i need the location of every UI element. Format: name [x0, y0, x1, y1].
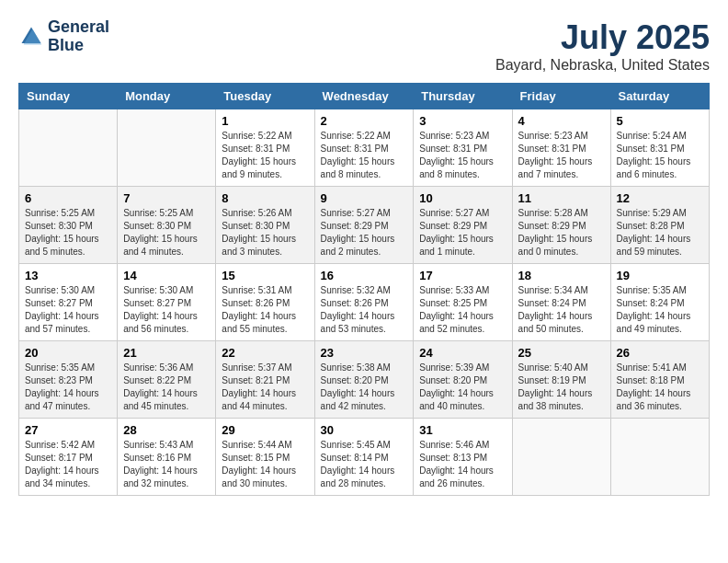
column-header-friday: Friday — [512, 84, 610, 109]
day-number: 27 — [25, 423, 111, 437]
calendar-cell: 10Sunrise: 5:27 AM Sunset: 8:29 PM Dayli… — [414, 187, 512, 264]
calendar-cell: 2Sunrise: 5:22 AM Sunset: 8:31 PM Daylig… — [314, 109, 414, 187]
day-number: 8 — [222, 191, 308, 205]
day-number: 3 — [419, 114, 506, 128]
calendar-cell: 3Sunrise: 5:23 AM Sunset: 8:31 PM Daylig… — [414, 109, 512, 187]
calendar-cell: 21Sunrise: 5:36 AM Sunset: 8:22 PM Dayli… — [118, 341, 216, 419]
calendar-cell: 5Sunrise: 5:24 AM Sunset: 8:31 PM Daylig… — [610, 109, 709, 187]
day-number: 13 — [25, 269, 111, 282]
calendar-cell: 24Sunrise: 5:39 AM Sunset: 8:20 PM Dayli… — [414, 341, 512, 419]
column-header-wednesday: Wednesday — [314, 84, 414, 109]
calendar-cell: 26Sunrise: 5:41 AM Sunset: 8:18 PM Dayli… — [610, 341, 709, 419]
calendar-week-row: 27Sunrise: 5:42 AM Sunset: 8:17 PM Dayli… — [19, 419, 710, 496]
column-header-monday: Monday — [118, 84, 216, 109]
calendar-cell — [610, 419, 709, 496]
calendar-cell: 28Sunrise: 5:43 AM Sunset: 8:16 PM Dayli… — [118, 419, 216, 496]
day-info: Sunrise: 5:37 AM Sunset: 8:21 PM Dayligh… — [222, 362, 308, 413]
calendar-cell: 16Sunrise: 5:32 AM Sunset: 8:26 PM Dayli… — [314, 264, 414, 341]
calendar-header-row: SundayMondayTuesdayWednesdayThursdayFrid… — [19, 84, 710, 109]
calendar-cell: 13Sunrise: 5:30 AM Sunset: 8:27 PM Dayli… — [19, 264, 118, 341]
calendar-cell: 9Sunrise: 5:27 AM Sunset: 8:29 PM Daylig… — [314, 187, 414, 264]
logo-line2: Blue — [48, 37, 109, 55]
logo: General Blue — [18, 18, 109, 55]
day-info: Sunrise: 5:39 AM Sunset: 8:20 PM Dayligh… — [419, 362, 506, 413]
calendar-cell: 31Sunrise: 5:46 AM Sunset: 8:13 PM Dayli… — [414, 419, 512, 496]
day-info: Sunrise: 5:33 AM Sunset: 8:25 PM Dayligh… — [419, 284, 506, 336]
day-number: 22 — [222, 346, 308, 360]
title-block: July 2025 Bayard, Nebraska, United State… — [495, 18, 710, 74]
day-number: 9 — [321, 191, 408, 205]
column-header-tuesday: Tuesday — [216, 84, 314, 109]
day-info: Sunrise: 5:28 AM Sunset: 8:29 PM Dayligh… — [518, 207, 605, 259]
day-number: 24 — [419, 346, 506, 360]
day-number: 2 — [321, 114, 408, 128]
column-header-saturday: Saturday — [610, 84, 709, 109]
day-info: Sunrise: 5:22 AM Sunset: 8:31 PM Dayligh… — [321, 130, 408, 181]
calendar-cell: 25Sunrise: 5:40 AM Sunset: 8:19 PM Dayli… — [512, 341, 610, 419]
calendar-cell: 15Sunrise: 5:31 AM Sunset: 8:26 PM Dayli… — [216, 264, 314, 341]
day-number: 28 — [123, 423, 210, 437]
column-header-sunday: Sunday — [19, 84, 118, 109]
day-info: Sunrise: 5:26 AM Sunset: 8:30 PM Dayligh… — [222, 207, 308, 259]
day-number: 29 — [222, 423, 308, 437]
day-info: Sunrise: 5:44 AM Sunset: 8:15 PM Dayligh… — [222, 439, 308, 490]
day-info: Sunrise: 5:25 AM Sunset: 8:30 PM Dayligh… — [123, 207, 210, 259]
day-number: 20 — [25, 346, 111, 360]
day-info: Sunrise: 5:22 AM Sunset: 8:31 PM Dayligh… — [222, 130, 308, 181]
calendar-cell: 8Sunrise: 5:26 AM Sunset: 8:30 PM Daylig… — [216, 187, 314, 264]
day-info: Sunrise: 5:38 AM Sunset: 8:20 PM Dayligh… — [321, 362, 408, 413]
calendar-cell — [118, 109, 216, 187]
calendar-cell: 27Sunrise: 5:42 AM Sunset: 8:17 PM Dayli… — [19, 419, 118, 496]
day-info: Sunrise: 5:27 AM Sunset: 8:29 PM Dayligh… — [321, 207, 408, 259]
day-number: 1 — [222, 114, 308, 128]
logo-icon — [18, 24, 44, 50]
day-info: Sunrise: 5:40 AM Sunset: 8:19 PM Dayligh… — [518, 362, 605, 413]
day-info: Sunrise: 5:27 AM Sunset: 8:29 PM Dayligh… — [419, 207, 506, 259]
day-number: 7 — [123, 191, 210, 205]
calendar-cell: 18Sunrise: 5:34 AM Sunset: 8:24 PM Dayli… — [512, 264, 610, 341]
day-info: Sunrise: 5:42 AM Sunset: 8:17 PM Dayligh… — [25, 439, 111, 490]
day-info: Sunrise: 5:45 AM Sunset: 8:14 PM Dayligh… — [321, 439, 408, 490]
calendar-table: SundayMondayTuesdayWednesdayThursdayFrid… — [18, 83, 710, 496]
page-header: General Blue July 2025 Bayard, Nebraska,… — [18, 18, 710, 74]
day-number: 31 — [419, 423, 506, 437]
day-number: 16 — [321, 269, 408, 282]
day-number: 17 — [419, 269, 506, 282]
calendar-cell: 19Sunrise: 5:35 AM Sunset: 8:24 PM Dayli… — [610, 264, 709, 341]
calendar-cell — [512, 419, 610, 496]
calendar-cell: 30Sunrise: 5:45 AM Sunset: 8:14 PM Dayli… — [314, 419, 414, 496]
day-info: Sunrise: 5:32 AM Sunset: 8:26 PM Dayligh… — [321, 284, 408, 336]
day-info: Sunrise: 5:36 AM Sunset: 8:22 PM Dayligh… — [123, 362, 210, 413]
day-number: 12 — [617, 191, 703, 205]
day-info: Sunrise: 5:23 AM Sunset: 8:31 PM Dayligh… — [518, 130, 605, 181]
calendar-cell: 6Sunrise: 5:25 AM Sunset: 8:30 PM Daylig… — [19, 187, 118, 264]
day-number: 6 — [25, 191, 111, 205]
day-info: Sunrise: 5:29 AM Sunset: 8:28 PM Dayligh… — [617, 207, 703, 259]
column-header-thursday: Thursday — [414, 84, 512, 109]
day-info: Sunrise: 5:43 AM Sunset: 8:16 PM Dayligh… — [123, 439, 210, 490]
calendar-week-row: 20Sunrise: 5:35 AM Sunset: 8:23 PM Dayli… — [19, 341, 710, 419]
calendar-cell — [19, 109, 118, 187]
day-number: 4 — [518, 114, 605, 128]
page-subtitle: Bayard, Nebraska, United States — [495, 57, 710, 74]
calendar-week-row: 6Sunrise: 5:25 AM Sunset: 8:30 PM Daylig… — [19, 187, 710, 264]
day-info: Sunrise: 5:23 AM Sunset: 8:31 PM Dayligh… — [419, 130, 506, 181]
day-info: Sunrise: 5:35 AM Sunset: 8:23 PM Dayligh… — [25, 362, 111, 413]
day-info: Sunrise: 5:30 AM Sunset: 8:27 PM Dayligh… — [25, 284, 111, 336]
calendar-cell: 23Sunrise: 5:38 AM Sunset: 8:20 PM Dayli… — [314, 341, 414, 419]
calendar-cell: 4Sunrise: 5:23 AM Sunset: 8:31 PM Daylig… — [512, 109, 610, 187]
calendar-cell: 20Sunrise: 5:35 AM Sunset: 8:23 PM Dayli… — [19, 341, 118, 419]
calendar-cell: 17Sunrise: 5:33 AM Sunset: 8:25 PM Dayli… — [414, 264, 512, 341]
day-info: Sunrise: 5:24 AM Sunset: 8:31 PM Dayligh… — [617, 130, 703, 181]
day-number: 26 — [617, 346, 703, 360]
day-info: Sunrise: 5:31 AM Sunset: 8:26 PM Dayligh… — [222, 284, 308, 336]
day-info: Sunrise: 5:30 AM Sunset: 8:27 PM Dayligh… — [123, 284, 210, 336]
day-number: 21 — [123, 346, 210, 360]
calendar-cell: 22Sunrise: 5:37 AM Sunset: 8:21 PM Dayli… — [216, 341, 314, 419]
day-number: 10 — [419, 191, 506, 205]
calendar-cell: 29Sunrise: 5:44 AM Sunset: 8:15 PM Dayli… — [216, 419, 314, 496]
calendar-week-row: 1Sunrise: 5:22 AM Sunset: 8:31 PM Daylig… — [19, 109, 710, 187]
day-info: Sunrise: 5:41 AM Sunset: 8:18 PM Dayligh… — [617, 362, 703, 413]
day-number: 25 — [518, 346, 605, 360]
logo-line1: General — [48, 18, 109, 37]
